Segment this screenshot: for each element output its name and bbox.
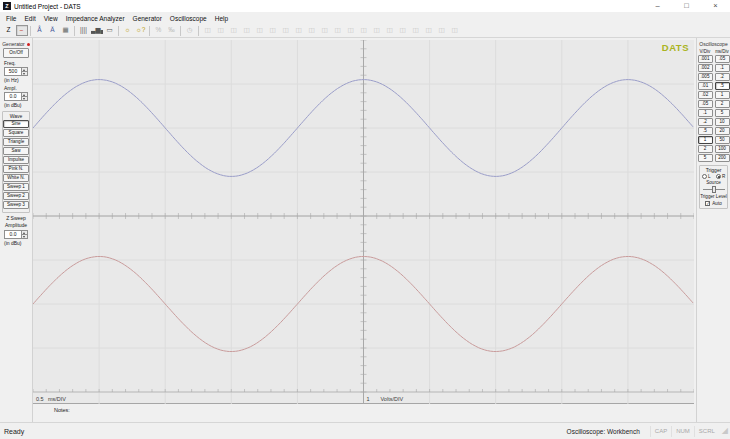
close-button[interactable]: ×: [701, 0, 730, 12]
percent-icon: %: [153, 25, 165, 36]
amplitude-value[interactable]: 0.0: [4, 92, 22, 101]
menu-item-impedance-analyzer[interactable]: Impedance Analyzer: [62, 15, 129, 22]
impedance-test-icon[interactable]: Z: [3, 25, 15, 36]
radio-circle-icon: [702, 174, 707, 179]
amplitude-down-button[interactable]: [22, 97, 28, 101]
menu-item-generator[interactable]: Generator: [129, 15, 166, 22]
trigger-right-label: R: [722, 174, 725, 179]
vdiv-button-2[interactable]: .2: [698, 118, 713, 126]
vdiv-button-05[interactable]: .05: [698, 100, 713, 108]
menu-item-view[interactable]: View: [40, 15, 62, 22]
msdiv-button-2[interactable]: 2: [715, 100, 730, 108]
vdiv-button-02[interactable]: .02: [698, 91, 713, 99]
resize-grip[interactable]: ◢: [722, 426, 728, 436]
wave-group-label: Wave: [3, 113, 29, 119]
impulse-view-icon[interactable]: ||||: [78, 25, 90, 36]
statusbar: Ready Oscilloscope: Workbench CAPNUMSCRL…: [0, 422, 730, 439]
calibrate-leads-icon[interactable]: Å: [34, 25, 46, 36]
wave-button-square[interactable]: Square: [3, 129, 29, 137]
slider-thumb[interactable]: [712, 186, 716, 193]
frequency-down-button[interactable]: [22, 72, 28, 76]
vdiv-button-002[interactable]: .002: [698, 64, 713, 72]
msdiv-button-20[interactable]: 20: [715, 127, 730, 135]
main-area: Generator On/Off Freq. 500 (in Hz) Ampl.…: [0, 38, 730, 422]
preset-slot-icon: ◫: [436, 25, 448, 36]
maximize-button[interactable]: □: [672, 0, 701, 12]
msdiv-button-1[interactable]: 1: [715, 91, 730, 99]
vdiv-button-005[interactable]: .005: [698, 73, 713, 81]
meter-view-icon[interactable]: ▭: [104, 25, 116, 36]
vdiv-button-01[interactable]: .01: [698, 82, 713, 90]
window-title: Untitled Project - DATS: [14, 3, 643, 10]
vdiv-button-1[interactable]: .1: [698, 109, 713, 117]
msdiv-button-10[interactable]: 10: [715, 118, 730, 126]
trigger-auto-checkbox[interactable]: ✓ Auto: [700, 201, 727, 206]
radio-circle-icon: [716, 174, 721, 179]
frequency-value[interactable]: 500: [4, 67, 22, 76]
generator-status-dot: [27, 43, 30, 46]
scope-area: 0.5ms/DIV1Volts/DIV DATS Notes:: [33, 38, 696, 422]
preset-slot-icon: ◫: [228, 25, 240, 36]
volts-value-label: 1: [367, 396, 370, 402]
wave-button-sweep-2[interactable]: Sweep 2: [3, 192, 29, 200]
generator-onoff-button[interactable]: On/Off: [3, 48, 29, 58]
vdiv-button-5[interactable]: .5: [698, 127, 713, 135]
help-bulb-icon[interactable]: ☼?: [135, 25, 147, 36]
bar-graph-icon[interactable]: ▃▆▄: [91, 25, 103, 36]
z-sweep-amplitude-value[interactable]: 0.0: [4, 230, 22, 239]
checkbox-check-icon: ✓: [705, 201, 710, 206]
vdiv-button-5[interactable]: 5: [698, 154, 713, 162]
cap-indicator: CAP: [650, 426, 671, 437]
z-sweep-down-button[interactable]: [22, 235, 28, 239]
trigger-source-slider[interactable]: [703, 186, 725, 193]
wave-button-pink-n[interactable]: Pink N.: [3, 165, 29, 173]
msdiv-button-5[interactable]: 5: [715, 109, 730, 117]
preset-slot-icon: ◫: [280, 25, 292, 36]
menu-item-oscilloscope[interactable]: Oscilloscope: [166, 15, 211, 22]
vdiv-button-1[interactable]: 1: [698, 136, 713, 144]
menu-item-file[interactable]: File: [2, 15, 20, 22]
scrl-indicator: SCRL: [694, 426, 719, 437]
wave-button-impulse[interactable]: Impulse: [3, 156, 29, 164]
generator-panel-title: Generator: [2, 41, 25, 47]
tip-bulb-icon[interactable]: ☼: [122, 25, 134, 36]
msdiv-button-200[interactable]: 200: [715, 154, 730, 162]
titlebar: Z Untitled Project - DATS – □ ×: [0, 0, 730, 12]
frequency-label: Freq.: [4, 60, 32, 66]
calibrate-mass-icon[interactable]: Ä: [47, 25, 59, 36]
minimize-button[interactable]: –: [643, 0, 672, 12]
vdiv-button-2[interactable]: 2: [698, 145, 713, 153]
preset-slot-icon: ◫: [397, 25, 409, 36]
msdiv-button-5[interactable]: .5: [715, 82, 730, 90]
preset-slot-icon: ◫: [358, 25, 370, 36]
oscilloscope-panel: Oscilloscope V/Div ms/Div .001.002.005.0…: [696, 38, 730, 422]
trigger-source-left-radio[interactable]: L: [702, 174, 711, 179]
preset-slot-icon: ◫: [384, 25, 396, 36]
wave-button-sine[interactable]: Sine: [3, 120, 29, 128]
msdiv-button-2[interactable]: .2: [715, 73, 730, 81]
app-icon: Z: [3, 2, 11, 10]
wave-button-sweep-1[interactable]: Sweep 1: [3, 183, 29, 191]
preset-slot-icon: ◫: [254, 25, 266, 36]
trigger-auto-label: Auto: [712, 201, 721, 206]
msdiv-button-05[interactable]: .05: [715, 55, 730, 63]
wave-button-saw[interactable]: Saw: [3, 147, 29, 155]
menubar: FileEditViewImpedance AnalyzerGeneratorO…: [0, 12, 730, 24]
wave-button-sweep-3[interactable]: Sweep 3: [3, 201, 29, 209]
trigger-source-right-radio[interactable]: R: [716, 174, 726, 179]
notes-row: Notes:: [33, 404, 696, 421]
test-box-icon[interactable]: ▦: [60, 25, 72, 36]
generator-sine-icon[interactable]: ~: [16, 25, 28, 36]
msdiv-button-50[interactable]: 50: [715, 136, 730, 144]
toolbar-separator: [30, 26, 31, 36]
menu-item-edit[interactable]: Edit: [20, 15, 39, 22]
preset-slot-icon: ◫: [449, 25, 461, 36]
msdiv-button-1[interactable]: .1: [715, 64, 730, 72]
preset-slot-icon: ◫: [241, 25, 253, 36]
num-indicator: NUM: [671, 426, 694, 437]
wave-button-triangle[interactable]: Triangle: [3, 138, 29, 146]
vdiv-button-001[interactable]: .001: [698, 55, 713, 63]
menu-item-help[interactable]: Help: [211, 15, 232, 22]
msdiv-button-100[interactable]: 100: [715, 145, 730, 153]
wave-button-white-n[interactable]: White N.: [3, 174, 29, 182]
